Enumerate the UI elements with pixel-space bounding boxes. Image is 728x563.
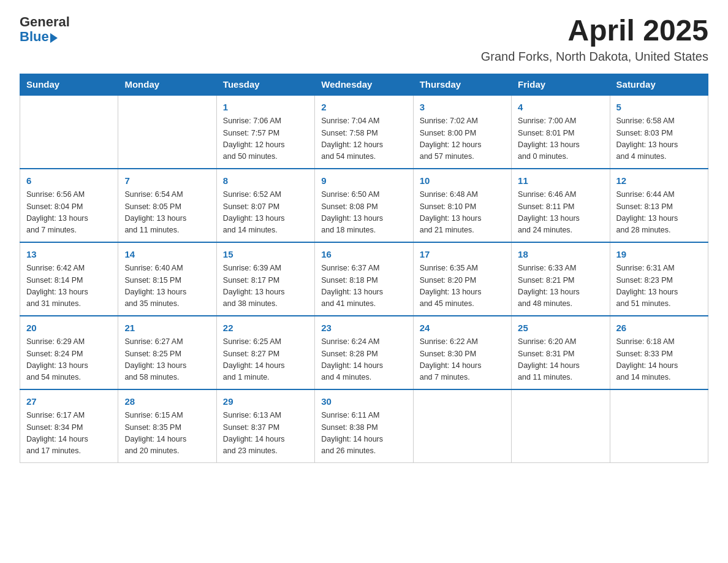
- calendar-cell: 15Sunrise: 6:39 AM Sunset: 8:17 PM Dayli…: [216, 242, 314, 316]
- calendar-cell: 27Sunrise: 6:17 AM Sunset: 8:34 PM Dayli…: [20, 389, 118, 463]
- day-number: 28: [124, 395, 210, 409]
- calendar-cell: 6Sunrise: 6:56 AM Sunset: 8:04 PM Daylig…: [20, 169, 118, 242]
- day-number: 21: [124, 321, 210, 335]
- calendar-cell: 17Sunrise: 6:35 AM Sunset: 8:20 PM Dayli…: [413, 242, 511, 316]
- day-number: 2: [321, 101, 406, 115]
- day-number: 11: [518, 174, 603, 188]
- calendar-header-saturday: Saturday: [610, 74, 708, 95]
- day-info: Sunrise: 6:27 AM Sunset: 8:25 PM Dayligh…: [124, 336, 210, 384]
- day-info: Sunrise: 6:40 AM Sunset: 8:15 PM Dayligh…: [124, 262, 210, 310]
- calendar-cell: 23Sunrise: 6:24 AM Sunset: 8:28 PM Dayli…: [315, 316, 413, 389]
- calendar-cell: 11Sunrise: 6:46 AM Sunset: 8:11 PM Dayli…: [512, 169, 610, 242]
- calendar-header-thursday: Thursday: [413, 74, 511, 95]
- day-number: 20: [26, 321, 112, 335]
- day-number: 6: [26, 174, 112, 188]
- day-info: Sunrise: 6:20 AM Sunset: 8:31 PM Dayligh…: [518, 336, 603, 384]
- calendar-cell: 8Sunrise: 6:52 AM Sunset: 8:07 PM Daylig…: [216, 169, 314, 242]
- calendar-cell: 14Sunrise: 6:40 AM Sunset: 8:15 PM Dayli…: [118, 242, 216, 316]
- day-number: 4: [518, 101, 603, 115]
- location-title: Grand Forks, North Dakota, United States: [481, 50, 708, 64]
- day-number: 29: [223, 395, 308, 409]
- logo-general: General: [20, 15, 70, 29]
- calendar-cell: [512, 389, 610, 463]
- day-info: Sunrise: 6:54 AM Sunset: 8:05 PM Dayligh…: [124, 189, 210, 237]
- day-number: 13: [26, 248, 112, 262]
- month-title: April 2025: [481, 15, 708, 47]
- calendar-cell: 30Sunrise: 6:11 AM Sunset: 8:38 PM Dayli…: [315, 389, 413, 463]
- day-number: 25: [518, 321, 603, 335]
- calendar-cell: [610, 389, 708, 463]
- logo-blue: Blue: [20, 29, 49, 44]
- day-info: Sunrise: 6:25 AM Sunset: 8:27 PM Dayligh…: [223, 336, 308, 384]
- calendar-cell: 24Sunrise: 6:22 AM Sunset: 8:30 PM Dayli…: [413, 316, 511, 389]
- day-info: Sunrise: 6:33 AM Sunset: 8:21 PM Dayligh…: [518, 262, 603, 310]
- day-number: 7: [124, 174, 210, 188]
- day-number: 23: [321, 321, 406, 335]
- day-number: 15: [223, 248, 308, 262]
- day-number: 24: [420, 321, 505, 335]
- calendar-cell: 16Sunrise: 6:37 AM Sunset: 8:18 PM Dayli…: [315, 242, 413, 316]
- calendar-header-friday: Friday: [512, 74, 610, 95]
- calendar-cell: 4Sunrise: 7:00 AM Sunset: 8:01 PM Daylig…: [512, 95, 610, 169]
- day-info: Sunrise: 6:17 AM Sunset: 8:34 PM Dayligh…: [26, 410, 112, 458]
- calendar-header-monday: Monday: [118, 74, 216, 95]
- day-number: 17: [420, 248, 505, 262]
- calendar-cell: 10Sunrise: 6:48 AM Sunset: 8:10 PM Dayli…: [413, 169, 511, 242]
- calendar-cell: 20Sunrise: 6:29 AM Sunset: 8:24 PM Dayli…: [20, 316, 118, 389]
- day-info: Sunrise: 6:39 AM Sunset: 8:17 PM Dayligh…: [223, 262, 308, 310]
- calendar-week-row: 6Sunrise: 6:56 AM Sunset: 8:04 PM Daylig…: [20, 169, 708, 242]
- logo: General Blue: [20, 15, 70, 44]
- day-number: 12: [616, 174, 702, 188]
- day-number: 5: [616, 101, 702, 115]
- calendar-cell: 25Sunrise: 6:20 AM Sunset: 8:31 PM Dayli…: [512, 316, 610, 389]
- day-number: 22: [223, 321, 308, 335]
- calendar-header-sunday: Sunday: [20, 74, 118, 95]
- calendar-cell: 28Sunrise: 6:15 AM Sunset: 8:35 PM Dayli…: [118, 389, 216, 463]
- calendar-week-row: 1Sunrise: 7:06 AM Sunset: 7:57 PM Daylig…: [20, 95, 708, 169]
- day-info: Sunrise: 6:46 AM Sunset: 8:11 PM Dayligh…: [518, 189, 603, 237]
- day-info: Sunrise: 6:11 AM Sunset: 8:38 PM Dayligh…: [321, 410, 406, 458]
- calendar-cell: [413, 389, 511, 463]
- day-number: 8: [223, 174, 308, 188]
- day-number: 27: [26, 395, 112, 409]
- day-info: Sunrise: 6:52 AM Sunset: 8:07 PM Dayligh…: [223, 189, 308, 237]
- calendar-cell: 29Sunrise: 6:13 AM Sunset: 8:37 PM Dayli…: [216, 389, 314, 463]
- day-info: Sunrise: 6:42 AM Sunset: 8:14 PM Dayligh…: [26, 262, 112, 310]
- day-info: Sunrise: 6:24 AM Sunset: 8:28 PM Dayligh…: [321, 336, 406, 384]
- day-info: Sunrise: 6:15 AM Sunset: 8:35 PM Dayligh…: [124, 410, 210, 458]
- calendar-cell: 1Sunrise: 7:06 AM Sunset: 7:57 PM Daylig…: [216, 95, 314, 169]
- day-info: Sunrise: 6:13 AM Sunset: 8:37 PM Dayligh…: [223, 410, 308, 458]
- day-info: Sunrise: 6:37 AM Sunset: 8:18 PM Dayligh…: [321, 262, 406, 310]
- page-header: General Blue April 2025 Grand Forks, Nor…: [20, 15, 708, 64]
- day-info: Sunrise: 6:56 AM Sunset: 8:04 PM Dayligh…: [26, 189, 112, 237]
- day-info: Sunrise: 7:00 AM Sunset: 8:01 PM Dayligh…: [518, 115, 603, 163]
- day-info: Sunrise: 7:04 AM Sunset: 7:58 PM Dayligh…: [321, 115, 406, 163]
- calendar-cell: [20, 95, 118, 169]
- calendar-week-row: 20Sunrise: 6:29 AM Sunset: 8:24 PM Dayli…: [20, 316, 708, 389]
- calendar-cell: 13Sunrise: 6:42 AM Sunset: 8:14 PM Dayli…: [20, 242, 118, 316]
- day-number: 1: [223, 101, 308, 115]
- day-number: 10: [420, 174, 505, 188]
- calendar-header-wednesday: Wednesday: [315, 74, 413, 95]
- calendar-cell: 26Sunrise: 6:18 AM Sunset: 8:33 PM Dayli…: [610, 316, 708, 389]
- calendar-cell: 21Sunrise: 6:27 AM Sunset: 8:25 PM Dayli…: [118, 316, 216, 389]
- day-number: 19: [616, 248, 702, 262]
- day-info: Sunrise: 6:18 AM Sunset: 8:33 PM Dayligh…: [616, 336, 702, 384]
- calendar-cell: 5Sunrise: 6:58 AM Sunset: 8:03 PM Daylig…: [610, 95, 708, 169]
- day-info: Sunrise: 6:35 AM Sunset: 8:20 PM Dayligh…: [420, 262, 505, 310]
- calendar-cell: 7Sunrise: 6:54 AM Sunset: 8:05 PM Daylig…: [118, 169, 216, 242]
- calendar-cell: 3Sunrise: 7:02 AM Sunset: 8:00 PM Daylig…: [413, 95, 511, 169]
- day-info: Sunrise: 6:58 AM Sunset: 8:03 PM Dayligh…: [616, 115, 702, 163]
- calendar-cell: 19Sunrise: 6:31 AM Sunset: 8:23 PM Dayli…: [610, 242, 708, 316]
- day-info: Sunrise: 6:48 AM Sunset: 8:10 PM Dayligh…: [420, 189, 505, 237]
- day-number: 16: [321, 248, 406, 262]
- day-info: Sunrise: 6:44 AM Sunset: 8:13 PM Dayligh…: [616, 189, 702, 237]
- calendar-table: SundayMondayTuesdayWednesdayThursdayFrid…: [20, 74, 708, 463]
- day-info: Sunrise: 7:02 AM Sunset: 8:00 PM Dayligh…: [420, 115, 505, 163]
- day-info: Sunrise: 7:06 AM Sunset: 7:57 PM Dayligh…: [223, 115, 308, 163]
- calendar-cell: 2Sunrise: 7:04 AM Sunset: 7:58 PM Daylig…: [315, 95, 413, 169]
- calendar-week-row: 27Sunrise: 6:17 AM Sunset: 8:34 PM Dayli…: [20, 389, 708, 463]
- day-info: Sunrise: 6:50 AM Sunset: 8:08 PM Dayligh…: [321, 189, 406, 237]
- calendar-cell: 12Sunrise: 6:44 AM Sunset: 8:13 PM Dayli…: [610, 169, 708, 242]
- day-number: 26: [616, 321, 702, 335]
